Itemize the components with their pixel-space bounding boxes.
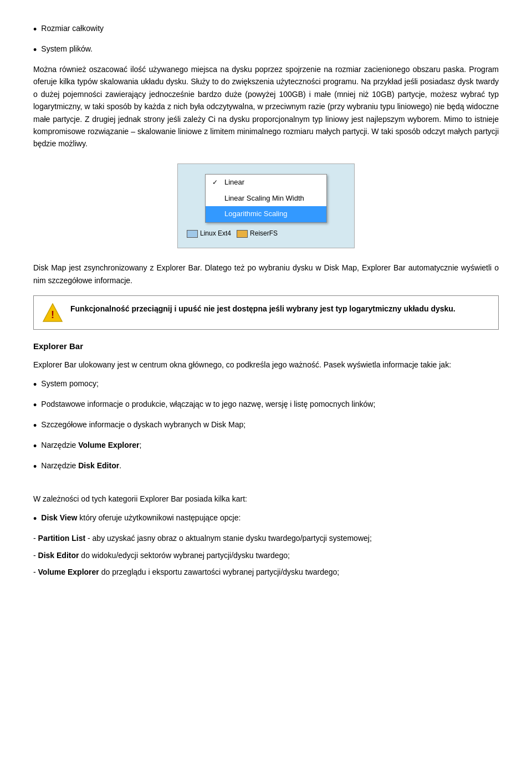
disk-bar-ext4-label: Linux Ext4	[200, 228, 231, 239]
disk-bar-ext4: Linux Ext4	[187, 228, 231, 239]
menu-item-logarithmic: Logarithmic Scaling	[206, 206, 326, 222]
partition-list-bold: Partition List	[38, 534, 86, 543]
bullet-volume-explorer-text: Narzędzie Volume Explorer;	[41, 439, 141, 451]
dash-volume-explorer-bold: Volume Explorer	[38, 568, 99, 576]
warning-triangle-svg: !	[43, 303, 63, 323]
bullet-disk-view-text: Disk View który oferuje użytkownikowi na…	[41, 512, 241, 524]
dash-partition-list: - Partition List - aby uzyskać jasny obr…	[33, 532, 499, 544]
bullet-dot-4: •	[33, 398, 37, 413]
menu-item-linear-scaling-label: Linear Scaling Min Width	[224, 193, 304, 205]
bullet-podstawowe-text: Podstawowe informacje o produkcie, włącz…	[41, 398, 375, 410]
main-paragraph: Można również oszacować ilość używanego …	[33, 63, 499, 150]
menu-item-logarithmic-label: Logarithmic Scaling	[224, 208, 287, 220]
screenshot-image: Linear Linear Scaling Min Width Logarith…	[177, 163, 355, 249]
bullet-rozmiar-text: Rozmiar całkowity	[41, 22, 104, 34]
bullet-disk-view: • Disk View który oferuje użytkownikowi …	[33, 512, 499, 526]
dash-volume-explorer: - Volume Explorer do przeglądu i eksport…	[33, 566, 499, 578]
bullet-szczegolowe-text: Szczegółowe informacje o dyskach wybrany…	[41, 418, 245, 431]
bullet-dot-5: •	[33, 418, 37, 433]
disk-bar-row: Linux Ext4 ReiserFS	[187, 228, 345, 239]
disk-bar-reiserfs-label: ReiserFS	[250, 228, 278, 239]
explorer-bar-heading: Explorer Bar	[33, 340, 499, 353]
warning-text-container: Funkcjonalność przeciągnij i upuść nie j…	[70, 303, 456, 315]
disk-editor-bold: Disk Editor	[78, 461, 119, 470]
bullet-dot-6: •	[33, 439, 37, 454]
para2: Disk Map jest zsynchronizowany z Explore…	[33, 262, 499, 287]
disk-bar-reiserfs: ReiserFS	[237, 228, 278, 239]
disk-view-bold: Disk View	[41, 513, 77, 522]
bullet-dot-3: •	[33, 377, 37, 392]
bullet-rozmiar: • Rozmiar całkowity	[33, 22, 499, 37]
para3: Explorer Bar ulokowany jest w centrum ok…	[33, 359, 499, 371]
warning-icon: !	[43, 303, 63, 323]
bullet-system-pomocy-text: System pomocy;	[41, 377, 98, 390]
volume-explorer-bold: Volume Explorer	[78, 441, 139, 449]
screenshot-container: Linear Linear Scaling Min Width Logarith…	[33, 163, 499, 249]
menu-item-linear-label: Linear	[224, 177, 244, 188]
dash-disk-editor: - Disk Editor do widoku/edycji sektorów …	[33, 549, 499, 561]
bullet-podstawowe: • Podstawowe informacje o produkcie, włą…	[33, 398, 499, 413]
bullet-system-text: System plików.	[41, 43, 93, 55]
dash-partition-list-text: - Partition List - aby uzyskać jasny obr…	[33, 534, 372, 543]
bullet-dot-2: •	[33, 43, 37, 58]
bullet-system: • System plików.	[33, 43, 499, 58]
bullet-dot-7: •	[33, 459, 37, 474]
bullet-disk-editor-text: Narzędzie Disk Editor.	[41, 459, 121, 472]
bullet-disk-editor: • Narzędzie Disk Editor.	[33, 459, 499, 474]
para4: W zależności od tych kategorii Explorer …	[33, 493, 499, 505]
bullet-dot-8: •	[33, 512, 37, 526]
bullet-volume-explorer: • Narzędzie Volume Explorer;	[33, 439, 499, 454]
svg-text:!: !	[51, 309, 54, 320]
dash-volume-explorer-text: - Volume Explorer do przeglądu i eksport…	[33, 568, 339, 576]
menu-item-linear: Linear	[206, 175, 326, 191]
disk-color-ext4	[187, 230, 198, 238]
menu-item-linear-scaling: Linear Scaling Min Width	[206, 191, 326, 207]
bullet-dot: •	[33, 22, 37, 37]
bullet-szczegolowe: • Szczegółowe informacje o dyskach wybra…	[33, 418, 499, 433]
dash-disk-editor-text: - Disk Editor do widoku/edycji sektorów …	[33, 551, 290, 560]
dash-disk-editor-bold: Disk Editor	[38, 551, 79, 560]
bullet-system-pomocy: • System pomocy;	[33, 377, 499, 392]
warning-text: Funkcjonalność przeciągnij i upuść nie j…	[70, 304, 456, 313]
disk-color-reiserfs	[237, 230, 248, 238]
warning-box: ! Funkcjonalność przeciągnij i upuść nie…	[33, 295, 499, 330]
menu-popup: Linear Linear Scaling Min Width Logarith…	[205, 174, 327, 223]
